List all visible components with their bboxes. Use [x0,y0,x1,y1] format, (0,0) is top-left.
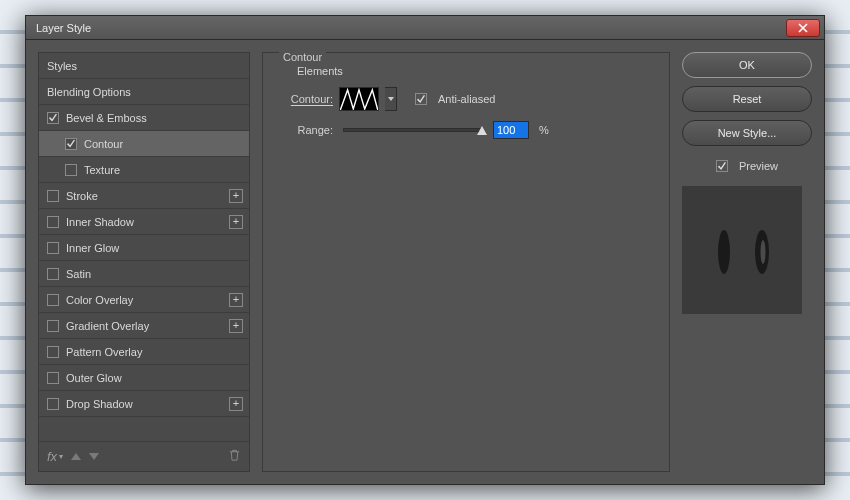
close-icon [798,23,808,33]
sidebar-item-label: Drop Shadow [66,398,133,410]
sidebar-item-label: Color Overlay [66,294,133,306]
plus-icon[interactable]: + [229,189,243,203]
sidebar-item-label: Gradient Overlay [66,320,149,332]
sidebar-item-pattern-overlay[interactable]: Pattern Overlay [39,339,249,365]
sidebar-item-inner-glow[interactable]: Inner Glow [39,235,249,261]
sidebar-item-contour[interactable]: Contour [39,131,249,157]
checkbox-icon[interactable] [47,346,59,358]
sidebar-item-label: Blending Options [47,86,131,98]
slider-thumb-icon[interactable] [477,126,487,135]
checkbox-icon[interactable] [47,398,59,410]
range-label: Range: [277,124,333,136]
dialog-body: Styles Blending Options Bevel & Emboss C… [26,40,824,484]
sidebar-item-label: Styles [47,60,77,72]
preview-checkbox[interactable] [716,160,728,172]
checkbox-icon[interactable] [47,320,59,332]
checkbox-icon[interactable] [47,294,59,306]
arrow-up-icon[interactable] [71,453,81,460]
svg-point-1 [718,230,730,274]
antialias-checkbox[interactable] [415,93,427,105]
sidebar-item-texture[interactable]: Texture [39,157,249,183]
new-style-button[interactable]: New Style... [682,120,812,146]
sidebar-item-outer-glow[interactable]: Outer Glow [39,365,249,391]
range-slider[interactable] [343,128,483,132]
plus-icon[interactable]: + [229,397,243,411]
checkbox-icon[interactable] [47,268,59,280]
checkbox-icon[interactable] [47,372,59,384]
reorder-arrows [71,453,228,460]
fx-icon[interactable]: fx [47,449,57,464]
checkbox-icon[interactable] [47,112,59,124]
panel-section: Elements [297,65,655,77]
contour-swatch[interactable] [339,87,379,111]
sidebar-item-label: Inner Glow [66,242,119,254]
svg-point-3 [761,240,766,264]
antialias-label: Anti-aliased [438,93,495,105]
sidebar-item-label: Satin [66,268,91,280]
range-unit: % [539,124,549,136]
contour-curve-icon [340,88,378,111]
sidebar-item-styles[interactable]: Styles [39,53,249,79]
sidebar-item-label: Stroke [66,190,98,202]
close-button[interactable] [786,19,820,37]
preview-label: Preview [739,160,778,172]
contour-dropdown[interactable] [385,87,397,111]
sidebar-item-bevel-emboss[interactable]: Bevel & Emboss [39,105,249,131]
fx-dropdown-icon[interactable]: ▾ [59,452,63,461]
sidebar-item-label: Texture [84,164,120,176]
sidebar-item-blending-options[interactable]: Blending Options [39,79,249,105]
range-input[interactable] [493,121,529,139]
action-column: OK Reset New Style... Preview [682,52,812,472]
sidebar-item-label: Pattern Overlay [66,346,142,358]
plus-icon[interactable]: + [229,215,243,229]
preview-toggle[interactable]: Preview [682,160,812,172]
sidebar-item-inner-shadow[interactable]: Inner Shadow + [39,209,249,235]
svg-rect-0 [682,186,802,314]
reset-button[interactable]: Reset [682,86,812,112]
sidebar-footer: fx ▾ [39,441,249,471]
sidebar-item-drop-shadow[interactable]: Drop Shadow + [39,391,249,417]
sidebar-item-stroke[interactable]: Stroke + [39,183,249,209]
preview-thumbnail [682,186,802,314]
trash-icon[interactable] [228,449,241,464]
checkbox-icon[interactable] [47,216,59,228]
contour-label: Contour: [277,93,333,105]
layer-style-dialog: Layer Style Styles Blending Options Beve… [25,15,825,485]
checkbox-icon[interactable] [65,164,77,176]
sidebar-item-color-overlay[interactable]: Color Overlay + [39,287,249,313]
styles-sidebar: Styles Blending Options Bevel & Emboss C… [38,52,250,472]
contour-row: Contour: Anti-aliased [277,87,655,111]
sidebar-item-label: Outer Glow [66,372,122,384]
sidebar-item-gradient-overlay[interactable]: Gradient Overlay + [39,313,249,339]
range-row: Range: % [277,121,655,139]
sidebar-item-satin[interactable]: Satin [39,261,249,287]
sidebar-item-label: Contour [84,138,123,150]
title-bar[interactable]: Layer Style [26,16,824,40]
ok-button[interactable]: OK [682,52,812,78]
panel-title: Contour [279,51,326,63]
arrow-down-icon[interactable] [89,453,99,460]
sidebar-item-label: Bevel & Emboss [66,112,147,124]
plus-icon[interactable]: + [229,319,243,333]
checkbox-icon[interactable] [47,242,59,254]
styles-list: Styles Blending Options Bevel & Emboss C… [39,53,249,441]
settings-panel: Contour Elements Contour: Anti-aliased R… [262,52,670,472]
checkbox-icon[interactable] [47,190,59,202]
plus-icon[interactable]: + [229,293,243,307]
window-title: Layer Style [36,22,91,34]
checkbox-icon[interactable] [65,138,77,150]
sidebar-item-label: Inner Shadow [66,216,134,228]
